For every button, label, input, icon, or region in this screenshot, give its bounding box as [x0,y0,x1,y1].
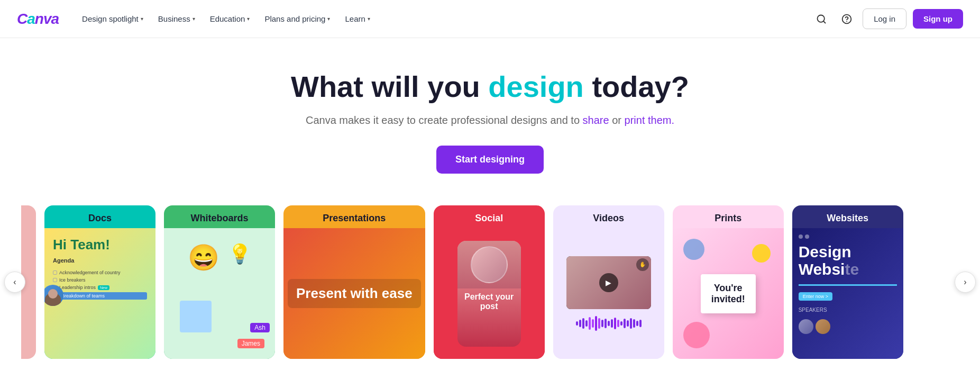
card-whiteboards[interactable]: Whiteboards 😄 💡 Ash James [164,205,275,359]
prints-content: You're invited! [673,228,784,359]
docs-line-3: Leadership intros [59,285,96,290]
card-videos[interactable]: Videos ✋ ▶ [553,205,664,359]
chevron-down-icon: ▾ [141,16,143,22]
websites-content: DesignWebsite Enter now > SPEAKERS [792,228,903,359]
social-phone-text: Perfect your post [462,292,517,311]
nav-plans-pricing[interactable]: Plans and pricing ▾ [258,10,336,28]
card-presentations[interactable]: Presentations Present with ease [283,205,425,359]
card-whiteboards-body: 😄 💡 Ash James [164,228,275,359]
chevron-down-icon: ▾ [368,16,370,22]
web-speakers-label: SPEAKERS [799,307,897,313]
prints-invited-text1: You're [711,283,745,294]
card-videos-title: Videos [553,205,664,228]
hero-title-part2: today? [584,70,689,103]
card-docs-title: Docs [44,205,155,228]
docs-content: Hi Team! Agenda Acknowledgement of count… [44,228,155,359]
navigation: Canva Design spotlight ▾ Business ▾ Educ… [0,0,980,38]
card-docs-body: Hi Team! Agenda Acknowledgement of count… [44,228,155,359]
wb-emoji2: 💡 [228,243,252,273]
docs-line-4: Breakdown of teams [61,293,105,299]
start-designing-button[interactable]: Start designing [436,146,544,174]
hero-title: What will you design today? [11,70,969,104]
card-videos-body: ✋ ▶ [553,228,664,359]
carousel-prev-button[interactable]: ‹ [4,272,25,293]
docs-agenda-label: Agenda [53,257,147,264]
vid-cursor: ✋ [636,258,649,271]
card-websites-body: DesignWebsite Enter now > SPEAKERS [792,228,903,359]
search-icon[interactable] [812,10,831,29]
chevron-down-icon: ▾ [327,16,330,22]
nav-design-spotlight[interactable]: Design spotlight ▾ [76,10,150,28]
web-dot-2 [805,234,809,239]
hero-section: What will you design today? Canva makes … [0,38,980,195]
wb-name-james: James [237,339,264,348]
chevron-down-icon: ▾ [193,16,195,22]
vid-content: ✋ ▶ [553,228,664,359]
social-content: Perfect your post [434,228,545,359]
nav-education[interactable]: Education ▾ [204,10,257,28]
invite-card: You're invited! [701,274,756,313]
hero-subtitle-print: print them. [625,114,674,126]
pres-inner: Present with ease [288,279,421,308]
play-button[interactable]: ▶ [599,273,618,292]
chevron-down-icon: ▾ [247,16,250,22]
nav-links: Design spotlight ▾ Business ▾ Education … [76,10,812,28]
svg-line-1 [823,21,826,23]
phone-screen: Perfect your post [457,241,521,347]
web-dot-1 [799,234,803,239]
print-decoration-pink [683,322,710,348]
docs-line-2: Ice breakers [59,277,86,283]
card-whiteboards-title: Whiteboards [164,205,275,228]
waveform [576,315,642,331]
nav-education-label: Education [210,14,245,23]
card-prints-title: Prints [673,205,784,228]
card-docs[interactable]: Docs Hi Team! Agenda Acknowledgement of … [44,205,155,359]
web-header [799,234,897,239]
carousel-next-button[interactable]: › [955,272,976,293]
hero-title-highlight: design [488,70,583,103]
wb-name-ash: Ash [250,323,270,332]
card-social-title: Social [434,205,545,228]
websites-big-text: DesignWebsite [799,243,897,278]
docs-checklist: Acknowledgement of country Ice breakers … [53,270,147,300]
web-accent-line [799,284,897,286]
nav-business-label: Business [158,14,190,23]
card-social-body: Perfect your post [434,228,545,359]
docs-line-1: Acknowledgement of country [59,270,121,275]
card-presentations-title: Presentations [283,205,425,228]
wb-emoji1: 😄 [188,243,219,273]
login-button[interactable]: Log in [863,8,906,29]
web-avatar-2 [816,319,830,334]
phone-mockup: Perfect your post [457,241,521,347]
nav-learn[interactable]: Learn ▾ [338,10,376,28]
card-prints-body: You're invited! [673,228,784,359]
docs-greeting: Hi Team! [53,237,147,253]
wb-content: 😄 💡 Ash James [164,228,275,359]
card-prints[interactable]: Prints You're invited! [673,205,784,359]
web-avatar-1 [799,319,813,334]
logo[interactable]: Canva [17,11,59,28]
web-cta-btn[interactable]: Enter now > [799,292,832,301]
hero-title-part1: What will you [291,70,488,103]
web-avatars [799,319,897,334]
nav-plans-pricing-label: Plans and pricing [264,14,325,23]
hero-subtitle-share: share [583,114,609,126]
vid-thumbnail: ✋ ▶ [566,256,651,309]
prints-invited-text2: invited! [711,294,745,305]
nav-design-spotlight-label: Design spotlight [82,14,139,23]
wb-sticky-note [180,301,212,332]
card-websites-title: Websites [792,205,903,228]
pres-content: Present with ease [283,228,425,359]
signup-button[interactable]: Sign up [913,9,963,29]
card-presentations-body: Present with ease [283,228,425,359]
docs-new-tag: New [98,285,109,290]
help-icon[interactable] [837,10,856,29]
print-decoration-blue [683,239,704,260]
card-social[interactable]: Social Perfect your post [434,205,545,359]
nav-business[interactable]: Business ▾ [152,10,202,28]
nav-learn-label: Learn [345,14,365,23]
card-websites[interactable]: Websites DesignWebsite Enter now > SPEAK… [792,205,903,359]
print-decoration-yellow [752,244,771,263]
cards-carousel: ‹ Docs Hi Team! Agenda Acknowledgement o… [0,195,980,369]
pres-text: Present with ease [296,285,413,302]
